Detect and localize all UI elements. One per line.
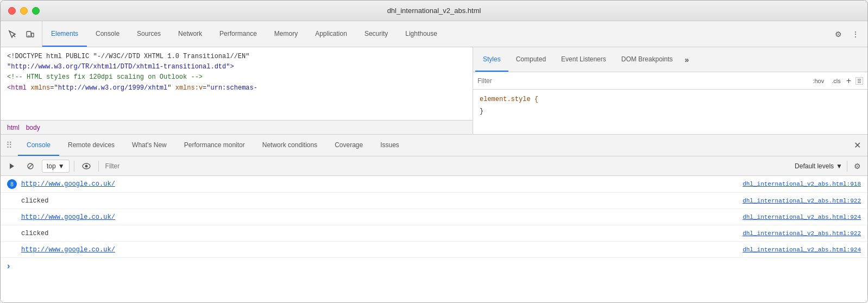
tab-security[interactable]: Security (356, 21, 397, 47)
drawer-close-button[interactable]: ✕ (847, 135, 867, 156)
minimize-button[interactable] (20, 7, 28, 15)
console-row-5: http://www.google.co.uk/ dhl_internation… (1, 242, 867, 258)
svg-point-8 (85, 165, 87, 167)
console-divider-1 (74, 161, 74, 172)
tab-lighthouse[interactable]: Lighthouse (397, 21, 446, 47)
select-element-button[interactable] (5, 27, 20, 42)
console-filter-input[interactable] (103, 162, 790, 170)
console-link-1[interactable]: http://www.google.co.uk/ (21, 180, 115, 188)
tab-sources[interactable]: Sources (128, 21, 169, 47)
console-divider-3 (847, 161, 847, 172)
titlebar: dhl_international_v2_abs.html (1, 1, 867, 21)
right-tabs: Styles Computed Event Listeners DOM Brea… (473, 47, 867, 72)
traffic-lights (8, 7, 40, 15)
tab-memory[interactable]: Memory (266, 21, 306, 47)
tab-application[interactable]: Application (306, 21, 356, 47)
console-row-1: 8 http://www.google.co.uk/ dhl_internati… (1, 176, 867, 193)
console-source-1[interactable]: dhl_international_v2_abs.html:918 (743, 181, 861, 187)
bottom-drawer: ⠿ Console Remote devices What's New Perf… (1, 134, 867, 302)
more-options-button[interactable]: ⋮ (848, 27, 863, 42)
devtools-window: dhl_international_v2_abs.html (0, 0, 868, 303)
window-title: dhl_international_v2_abs.html (387, 7, 481, 15)
filter-actions: :hov .cls + (810, 76, 851, 86)
html-line-3: <!-- HTML styles fix 120dpi scaling on O… (7, 72, 466, 83)
console-eye-button[interactable] (79, 162, 94, 171)
device-toggle-button[interactable] (22, 27, 37, 42)
console-row-5-left: http://www.google.co.uk/ (7, 246, 743, 254)
tab-performance[interactable]: Performance (211, 21, 266, 47)
console-row-4-left: clicked (7, 230, 743, 237)
default-levels-selector[interactable]: Default levels ▼ (795, 162, 842, 170)
console-context-selector[interactable]: top ▼ (42, 160, 70, 173)
console-play-button[interactable] (5, 159, 19, 173)
drawer-tabs: ⠿ Console Remote devices What's New Perf… (1, 135, 867, 156)
console-row-3: http://www.google.co.uk/ dhl_internation… (1, 209, 867, 225)
cls-button[interactable]: .cls (829, 77, 843, 85)
drawer-tab-issues[interactable]: Issues (372, 135, 408, 156)
console-badge-1: 8 (7, 179, 17, 189)
html-view: <!DOCTYPE html PUBLIC "-//W3C//DTD XHTML… (1, 47, 473, 120)
console-source-2[interactable]: dhl_international_v2_abs.html:922 (743, 198, 861, 204)
drawer-tab-remote-devices[interactable]: Remote devices (59, 135, 123, 156)
console-toolbar: top ▼ Default levels ▼ ⚙ (1, 156, 867, 176)
console-text-4: clicked (21, 230, 48, 237)
drawer-tab-whats-new[interactable]: What's New (123, 135, 175, 156)
tab-elements[interactable]: Elements (42, 21, 87, 47)
maximize-button[interactable] (32, 7, 40, 15)
breadcrumb-body[interactable]: body (24, 123, 42, 132)
drawer-tab-performance-monitor[interactable]: Performance monitor (175, 135, 254, 156)
console-prompt-row[interactable]: › (1, 258, 867, 274)
element-style-rule: element.style { } (480, 94, 861, 117)
left-panel: <!DOCTYPE html PUBLIC "-//W3C//DTD XHTML… (1, 47, 473, 134)
console-output: 8 http://www.google.co.uk/ dhl_internati… (1, 176, 867, 302)
styles-filter-bar: :hov .cls + (473, 72, 867, 90)
svg-rect-2 (32, 33, 34, 37)
console-row-2: clicked dhl_international_v2_abs.html:92… (1, 193, 867, 209)
drawer-tab-console[interactable]: Console (18, 135, 59, 156)
top-toolbar: Elements Console Sources Network Perform… (1, 21, 867, 47)
console-ban-button[interactable] (23, 159, 37, 173)
toolbar-icons (1, 21, 42, 47)
tab-styles[interactable]: Styles (475, 47, 508, 72)
drawer-tab-coverage[interactable]: Coverage (326, 135, 372, 156)
console-divider-2 (98, 161, 99, 172)
console-row-4: clicked dhl_international_v2_abs.html:92… (1, 225, 867, 242)
console-source-4[interactable]: dhl_international_v2_abs.html:922 (743, 230, 861, 237)
devtools-panel: Elements Console Sources Network Perform… (1, 21, 867, 302)
add-style-button[interactable]: + (846, 76, 851, 86)
top-tabs: Elements Console Sources Network Perform… (42, 21, 826, 47)
tab-console[interactable]: Console (87, 21, 128, 47)
html-line-2: "http://www.w3.org/TR/xhtml1/DTD/xhtml1-… (7, 62, 466, 72)
console-prompt-symbol: › (7, 261, 10, 271)
tab-network[interactable]: Network (169, 21, 211, 47)
html-line-4: <html xmlns="http://www.w3.org/1999/xhtm… (7, 83, 466, 93)
console-link-5[interactable]: http://www.google.co.uk/ (21, 246, 115, 254)
tab-computed[interactable]: Computed (508, 47, 553, 72)
tab-event-listeners[interactable]: Event Listeners (553, 47, 614, 72)
breadcrumb-html[interactable]: html (5, 123, 22, 132)
drawer-tab-network-conditions[interactable]: Network conditions (254, 135, 326, 156)
styles-filter-input[interactable] (477, 77, 806, 85)
html-line-1: <!DOCTYPE html PUBLIC "-//W3C//DTD XHTML… (7, 52, 466, 62)
styles-content: element.style { } (473, 90, 867, 134)
console-row-2-left: clicked (7, 197, 743, 205)
console-source-5[interactable]: dhl_international_v2_abs.html:924 (743, 247, 861, 253)
settings-button[interactable]: ⚙ (831, 27, 846, 42)
console-settings-button[interactable]: ⚙ (852, 160, 863, 173)
right-tabs-overflow[interactable]: » (680, 47, 693, 72)
console-link-3[interactable]: http://www.google.co.uk/ (21, 213, 115, 221)
hov-button[interactable]: :hov (810, 77, 826, 85)
drawer-drag-handle[interactable]: ⠿ (1, 135, 18, 156)
console-text-2: clicked (21, 197, 48, 205)
tab-dom-breakpoints[interactable]: DOM Breakpoints (614, 47, 681, 72)
right-panel: Styles Computed Event Listeners DOM Brea… (473, 47, 867, 134)
console-source-3[interactable]: dhl_international_v2_abs.html:924 (743, 214, 861, 220)
main-content: <!DOCTYPE html PUBLIC "-//W3C//DTD XHTML… (1, 47, 867, 134)
svg-marker-4 (10, 163, 14, 169)
console-row-1-left: 8 http://www.google.co.uk/ (7, 179, 743, 189)
styles-expand-button[interactable] (856, 77, 863, 85)
close-button[interactable] (8, 7, 16, 15)
svg-line-6 (28, 164, 33, 168)
toolbar-right: ⚙ ⋮ (826, 21, 867, 47)
breadcrumb: html body (1, 120, 473, 134)
